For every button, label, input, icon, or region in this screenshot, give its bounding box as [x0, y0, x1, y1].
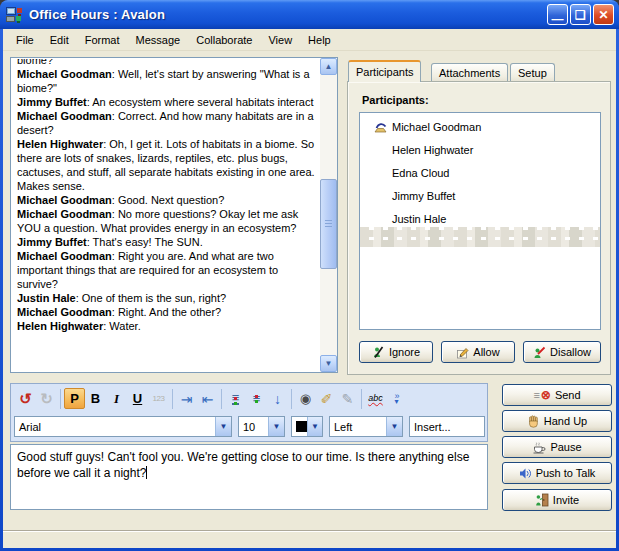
- redo-icon: ↻: [40, 390, 53, 408]
- chat-message: Helen Highwater: Water.: [17, 319, 315, 333]
- down-arrow-icon: ↓: [274, 391, 281, 407]
- participant-row[interactable]: Justin Hale: [360, 210, 600, 228]
- toolbar-separator: [221, 389, 222, 409]
- bullet-list-button[interactable]: ≡: [246, 388, 267, 409]
- participant-row[interactable]: Edna Cloud: [360, 164, 600, 182]
- app-icon: [6, 7, 23, 23]
- bullet-list-icon: ≡: [253, 391, 261, 406]
- menu-view[interactable]: View: [260, 31, 300, 49]
- tab-participants[interactable]: Participants: [348, 60, 421, 82]
- chat-message: Michael Goodman: Good. Next question?: [17, 193, 315, 207]
- message-input[interactable]: Good stuff guys! Can't fool you. We're g…: [10, 444, 488, 510]
- transcript-scrollbar[interactable]: ▲ ▼: [320, 58, 337, 372]
- alignment-select[interactable]: Left ▼: [329, 416, 403, 437]
- format-toolbar: ↺ ↻ P B I U 123 ⇥ ⇤ ≡ ≡ ↓ ◉ ✐ ✎ abc: [11, 384, 487, 413]
- disabled-format-button: 123: [148, 388, 169, 409]
- record-button[interactable]: ◉: [295, 388, 316, 409]
- indent-decrease-icon: ⇤: [202, 391, 214, 407]
- chevron-down-icon[interactable]: ▼: [268, 417, 284, 436]
- italic-button[interactable]: I: [106, 388, 127, 409]
- chevron-down-icon[interactable]: ▼: [386, 417, 402, 436]
- hand-up-button[interactable]: Hand Up: [502, 410, 612, 432]
- close-button[interactable]: ✕: [593, 4, 614, 25]
- font-size-select[interactable]: 10 ▼: [238, 416, 285, 437]
- maximize-button[interactable]: ❑: [570, 4, 591, 25]
- raised-hand-icon: [527, 415, 540, 428]
- scroll-down-icon[interactable]: ▼: [320, 355, 337, 372]
- menu-bar: File Edit Format Message Collaborate Vie…: [3, 29, 616, 51]
- indent-decrease-button[interactable]: ⇤: [197, 388, 218, 409]
- undo-icon: ↺: [19, 390, 32, 408]
- font-family-select[interactable]: Arial ▼: [14, 416, 232, 437]
- numbered-list-icon: ≡: [232, 393, 240, 405]
- scrollbar-thumb[interactable]: [320, 179, 337, 269]
- chevron-down-icon[interactable]: ▼: [215, 417, 231, 436]
- bold-button[interactable]: B: [85, 388, 106, 409]
- allow-button[interactable]: Allow: [441, 341, 515, 363]
- compose-toolbar-strip: ↺ ↻ P B I U 123 ⇥ ⇤ ≡ ≡ ↓ ◉ ✐ ✎ abc: [10, 383, 488, 442]
- chat-message: Michael Goodman: Well, let's start by an…: [17, 67, 315, 95]
- font-color-select[interactable]: ▼: [291, 416, 323, 437]
- highlighter-icon: ✐: [321, 391, 333, 407]
- record-icon: ◉: [300, 391, 311, 406]
- numbered-list-button[interactable]: ≡: [225, 388, 246, 409]
- tab-setup[interactable]: Setup: [510, 63, 555, 82]
- scroll-up-icon[interactable]: ▲: [320, 58, 337, 75]
- status-bar: [3, 530, 616, 548]
- pause-button[interactable]: Pause: [502, 436, 612, 458]
- title-bar[interactable]: Office Hours : Avalon — ❑ ✕: [0, 0, 619, 29]
- chat-message: Michael Goodman: No more questions? Okay…: [17, 207, 315, 235]
- send-icon: ≡: [533, 389, 538, 401]
- chat-transcript[interactable]: biome? Michael Goodman: Well, let's star…: [10, 57, 338, 373]
- minimize-button[interactable]: —: [547, 4, 568, 25]
- menu-collaborate[interactable]: Collaborate: [188, 31, 260, 49]
- chat-message: Jimmy Buffet: An ecosystem where several…: [17, 95, 315, 109]
- menu-format[interactable]: Format: [77, 31, 128, 49]
- indent-increase-icon: ⇥: [181, 391, 193, 407]
- toolbar-separator: [60, 389, 61, 409]
- indent-increase-button[interactable]: ⇥: [176, 388, 197, 409]
- underline-button[interactable]: U: [127, 388, 148, 409]
- scroll-to-bottom-button[interactable]: ↓: [267, 388, 288, 409]
- ignore-button[interactable]: Ignore: [359, 341, 433, 363]
- toolbar-options-button[interactable]: »▾: [386, 388, 407, 409]
- chat-message: Jimmy Buffet: That's easy! The SUN.: [17, 235, 315, 249]
- insert-select[interactable]: Insert...: [409, 416, 485, 437]
- tab-attachments[interactable]: Attachments: [431, 63, 508, 82]
- redo-button[interactable]: ↻: [36, 388, 57, 409]
- font-controls-row: Arial ▼ 10 ▼ ▼ Left ▼ Insert...: [11, 413, 487, 440]
- undo-button[interactable]: ↺: [15, 388, 36, 409]
- disabled-format-icon: 123: [153, 394, 165, 403]
- message-text: Good stuff guys! Can't fool you. We're g…: [17, 450, 469, 480]
- menu-message[interactable]: Message: [128, 31, 189, 49]
- speaker-icon: [519, 467, 532, 480]
- spell-check-button[interactable]: abc: [365, 388, 386, 409]
- participant-row[interactable]: Helen Highwater: [360, 141, 600, 159]
- menu-help[interactable]: Help: [300, 31, 339, 49]
- spell-check-icon: abc: [368, 394, 383, 403]
- disallow-button[interactable]: Disallow: [523, 341, 601, 363]
- presenter-icon: [374, 122, 392, 133]
- send-button[interactable]: ≡⊗ Send: [502, 384, 612, 406]
- participant-row[interactable]: Jimmy Buffet: [360, 187, 600, 205]
- chat-message: Michael Goodman: Right you are. And what…: [17, 249, 315, 291]
- chevron-down-icon[interactable]: ▼: [307, 417, 322, 436]
- invite-button[interactable]: Invite: [502, 489, 612, 511]
- chat-message: Helen Highwater: Oh, I get it. Lots of h…: [17, 137, 315, 193]
- draw-pen-button: ✎: [337, 388, 358, 409]
- participants-label: Participants:: [362, 94, 429, 106]
- menu-edit[interactable]: Edit: [42, 31, 77, 49]
- push-to-talk-button[interactable]: Push to Talk: [502, 462, 612, 484]
- toolbar-separator: [172, 389, 173, 409]
- highlighter-button[interactable]: ✐: [316, 388, 337, 409]
- invite-door-icon: [535, 493, 549, 507]
- toolbar-overflow-icon: »▾: [394, 393, 398, 405]
- app-window: Office Hours : Avalon — ❑ ✕ File Edit Fo…: [0, 0, 619, 551]
- pencil-icon: [456, 346, 469, 359]
- participant-row[interactable]: Michael Goodman: [360, 118, 600, 136]
- participants-panel: Participants: Michael Goodman Helen High…: [347, 81, 611, 375]
- participants-list[interactable]: Michael Goodman Helen Highwater Edna Clo…: [359, 112, 601, 330]
- plain-text-button[interactable]: P: [64, 388, 85, 409]
- menu-file[interactable]: File: [8, 31, 42, 49]
- toolbar-separator: [291, 389, 292, 409]
